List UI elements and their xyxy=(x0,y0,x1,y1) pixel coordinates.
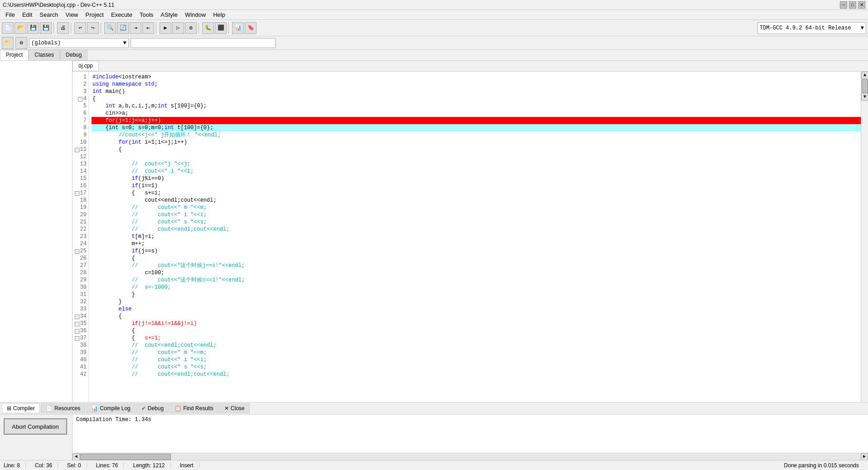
menu-execute[interactable]: Execute xyxy=(107,10,136,19)
code-content[interactable]: #include<iostream> using namespace std; … xyxy=(89,72,861,402)
fold-17[interactable]: - xyxy=(75,191,79,196)
open-button[interactable]: 📂 xyxy=(15,22,26,34)
sep5 xyxy=(199,23,200,34)
compiler-select[interactable]: TDM-GCC 4.9.2 64-bit Release ▼ xyxy=(757,22,866,34)
scope-dropdown[interactable] xyxy=(131,38,276,48)
code-line-1: #include<iostream> xyxy=(92,73,861,81)
menu-view[interactable]: View xyxy=(62,10,82,19)
line-num-14: 14 xyxy=(73,168,88,175)
unindent-button[interactable]: ⇤ xyxy=(142,22,154,34)
panels-area: oj.cpp 1 2 3 -4 5 6 7 8 9 10 -11 xyxy=(0,61,868,402)
stop-button[interactable]: ⬛ xyxy=(215,22,227,34)
fold-35[interactable]: - xyxy=(75,322,79,326)
line-num-4: -4 xyxy=(73,95,88,102)
bottom-tab-close[interactable]: ✕ Close xyxy=(219,403,250,413)
code-line-16: if(i==1) xyxy=(92,182,861,189)
bottom-tab-compiler[interactable]: ⊞ Compiler xyxy=(2,403,40,413)
globals-dropdown[interactable]: (globals) ▼ xyxy=(29,38,129,48)
scroll-up-arrow[interactable]: ▲ xyxy=(861,72,868,79)
abort-btn-area: Abort Compilation xyxy=(0,415,73,460)
compiler-select-value: TDM-GCC 4.9.2 64-bit Release xyxy=(760,25,851,31)
line-num-6: 6 xyxy=(73,110,88,117)
scroll-down-arrow[interactable]: ▼ xyxy=(861,93,868,101)
scroll-thumb[interactable] xyxy=(862,79,868,93)
code-line-35: if(j!=1&&i!=1&&j!=i) xyxy=(92,320,861,327)
close-button[interactable]: ✕ xyxy=(858,1,865,9)
bottom-tab-compile-log[interactable]: 📊 Compile Log xyxy=(86,403,135,413)
save-all-button[interactable]: 💾 xyxy=(40,22,52,34)
debug-tab-icon: ✓ xyxy=(141,405,146,412)
code-line-8: {int s=0; s=0;m=0;int t[100]={0}; xyxy=(92,124,861,131)
tb2-btn1[interactable]: 📁 xyxy=(2,37,14,49)
code-line-25: if(j==s) xyxy=(92,247,861,255)
code-line-3: int main() xyxy=(92,88,861,95)
fold-37[interactable]: - xyxy=(75,336,79,341)
line-num-1: 1 xyxy=(73,73,88,81)
tab-debug[interactable]: Debug xyxy=(60,50,87,60)
fold-11[interactable]: - xyxy=(75,148,79,152)
line-num-15: 15 xyxy=(73,175,88,182)
right-vscroll[interactable]: ▲ ▼ xyxy=(861,72,868,402)
sep2 xyxy=(71,23,73,34)
bottom-tab-debug[interactable]: ✓ Debug xyxy=(136,403,169,413)
code-line-11: { xyxy=(92,146,861,153)
line-num-35: -35 xyxy=(73,320,88,327)
menu-window[interactable]: Window xyxy=(181,10,209,19)
bottom-tab-resources[interactable]: 📄 Resources xyxy=(41,403,85,413)
line-num-28: 28 xyxy=(73,269,88,276)
compile-run-button[interactable]: ▶ xyxy=(160,22,171,34)
status-line: Line: 8 xyxy=(4,462,26,469)
menu-search[interactable]: Search xyxy=(36,10,62,19)
bottom-tab-find[interactable]: 📋 Find Results xyxy=(170,403,218,413)
profile-button[interactable]: 📊 xyxy=(232,22,244,34)
line-num-20: 20 xyxy=(73,211,88,218)
line-num-18: 18 xyxy=(73,197,88,204)
tb2-btn2[interactable]: ⚙ xyxy=(15,37,27,49)
indent-button[interactable]: ⇥ xyxy=(130,22,141,34)
debug-button[interactable]: 🐛 xyxy=(202,22,214,34)
h-scroll-track[interactable] xyxy=(80,453,861,460)
bookmark-button[interactable]: 🔖 xyxy=(245,22,257,34)
fold-25[interactable]: - xyxy=(75,249,79,254)
line-num-32: 32 xyxy=(73,298,88,305)
fold-4[interactable]: - xyxy=(78,97,82,102)
run-button[interactable]: ▷ xyxy=(172,22,184,34)
menu-file[interactable]: File xyxy=(2,10,19,19)
h-scroll-thumb[interactable] xyxy=(80,454,171,460)
code-line-4: { xyxy=(92,95,861,102)
undo-button[interactable]: ↩ xyxy=(74,22,86,34)
code-line-39: // cout<<" m "<<m; xyxy=(92,349,861,356)
line-num-21: 21 xyxy=(73,218,88,226)
status-col: Col: 36 xyxy=(35,462,58,469)
minimize-button[interactable]: ─ xyxy=(840,1,847,9)
code-line-6: cin>>a; xyxy=(92,110,861,117)
replace-button[interactable]: 🔄 xyxy=(117,22,129,34)
find-button[interactable]: 🔍 xyxy=(104,22,116,34)
tab-ojcpp[interactable]: oj.cpp xyxy=(73,61,99,71)
menu-edit[interactable]: Edit xyxy=(19,10,36,19)
h-scrollbar[interactable]: ◄ ► xyxy=(73,453,868,460)
tab-project[interactable]: Project xyxy=(0,50,29,60)
line-num-23: 23 xyxy=(73,233,88,240)
new-button[interactable]: 📄 xyxy=(2,22,14,34)
tab-classes[interactable]: Classes xyxy=(29,50,60,60)
code-line-28: c=100; xyxy=(92,269,861,276)
scroll-left-arrow[interactable]: ◄ xyxy=(73,453,80,460)
abort-compilation-button[interactable]: Abort Compilation xyxy=(4,418,67,435)
scroll-track[interactable] xyxy=(861,79,868,93)
left-panel-tabs: Project Classes Debug xyxy=(0,50,868,61)
fold-36[interactable]: - xyxy=(75,329,79,334)
code-line-34: { xyxy=(92,313,861,320)
menu-tools[interactable]: Tools xyxy=(136,10,157,19)
redo-button[interactable]: ↪ xyxy=(87,22,99,34)
compile-button[interactable]: ⚙ xyxy=(185,22,197,34)
menu-project[interactable]: Project xyxy=(82,10,107,19)
menu-astyle[interactable]: AStyle xyxy=(157,10,181,19)
fold-34[interactable]: - xyxy=(75,315,79,319)
maximize-button[interactable]: □ xyxy=(849,1,856,9)
print-button[interactable]: 🖨 xyxy=(57,22,69,34)
compile-output: Compilation Time: 1.34s xyxy=(73,415,868,453)
save-button[interactable]: 💾 xyxy=(27,22,39,34)
menu-help[interactable]: Help xyxy=(209,10,229,19)
scroll-right-arrow[interactable]: ► xyxy=(861,453,868,460)
